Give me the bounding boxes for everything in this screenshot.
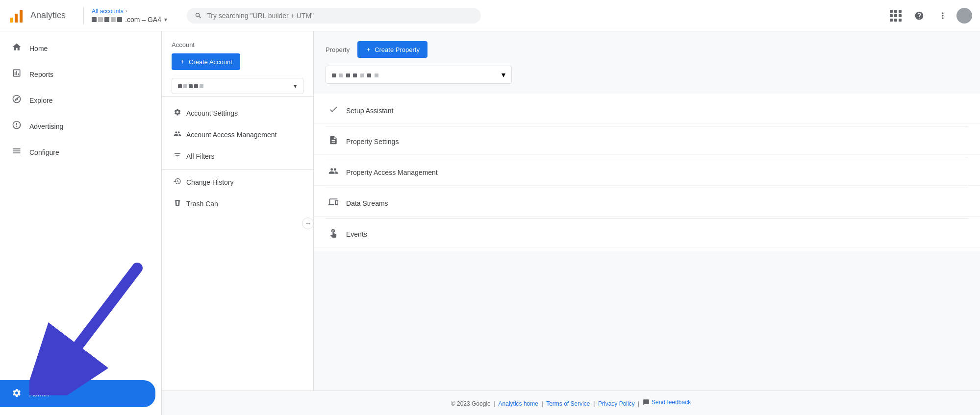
avatar[interactable] xyxy=(956,8,972,24)
breadcrumb: All accounts › .com – GA4 ▾ xyxy=(92,8,167,24)
change-history-label: Change History xyxy=(186,178,234,186)
events-label: Events xyxy=(346,230,367,238)
search-input[interactable] xyxy=(207,12,473,20)
svg-rect-2 xyxy=(20,10,23,23)
chevron-icon: › xyxy=(126,8,127,14)
account-column: Account ＋ Create Account ▾ xyxy=(162,31,314,415)
feedback-container: Send feedback xyxy=(643,399,691,406)
brand-name: Analytics xyxy=(30,10,66,21)
property-dropdown-icon[interactable]: ▾ xyxy=(164,16,167,23)
all-filters-label: All Filters xyxy=(186,152,215,160)
account-selector-dots xyxy=(178,84,203,88)
footer: © 2023 Google | Analytics home | Terms o… xyxy=(162,391,980,415)
feedback-icon xyxy=(643,399,650,406)
account-access-label: Account Access Management xyxy=(186,131,276,139)
sidebar-item-configure[interactable]: Configure xyxy=(0,139,155,165)
admin-button[interactable]: Admin xyxy=(0,380,155,407)
more-options-button[interactable] xyxy=(933,6,953,25)
analytics-logo-icon xyxy=(8,7,25,24)
data-streams-label: Data Streams xyxy=(346,199,388,207)
sidebar-reports-label: Reports xyxy=(29,71,53,78)
property-access-item[interactable]: Property Access Management xyxy=(314,159,980,186)
account-access-item[interactable]: Account Access Management xyxy=(162,124,313,146)
header-search xyxy=(187,8,481,24)
advertising-icon xyxy=(12,120,22,132)
column-divider-arrow[interactable]: → xyxy=(302,218,314,229)
configure-icon xyxy=(12,146,22,158)
account-selector-box[interactable]: ▾ xyxy=(172,78,303,94)
property-access-icon xyxy=(327,166,339,178)
account-settings-item[interactable]: Account Settings xyxy=(162,102,313,124)
create-property-button[interactable]: ＋ Create Property xyxy=(357,41,427,58)
property-label: Property xyxy=(326,46,350,53)
events-icon xyxy=(327,228,339,240)
setup-assistant-label: Setup Assistant xyxy=(346,107,394,115)
property-spacer xyxy=(314,88,980,94)
privacy-link[interactable]: Privacy Policy xyxy=(598,400,635,407)
dot-1 xyxy=(92,17,97,22)
property-dots-selector xyxy=(332,71,379,79)
dot-2 xyxy=(98,17,103,22)
sidebar-home-label: Home xyxy=(29,45,48,52)
property-divider-3 xyxy=(326,188,968,188)
sidebar-item-home[interactable]: Home xyxy=(0,35,155,61)
all-accounts-link[interactable]: All accounts › xyxy=(92,8,167,15)
property-settings-item[interactable]: Property Settings xyxy=(314,128,980,155)
help-button[interactable] xyxy=(909,6,929,25)
apps-button[interactable] xyxy=(886,6,905,25)
dot-3 xyxy=(104,17,109,22)
search-box[interactable] xyxy=(187,8,481,24)
setup-assistant-icon xyxy=(327,104,339,117)
reports-icon xyxy=(12,68,22,80)
admin-panel: Account ＋ Create Account ▾ xyxy=(162,31,980,415)
header: Analytics All accounts › .com – GA4 ▾ xyxy=(0,0,980,31)
copyright-text: © 2023 Google xyxy=(451,400,491,407)
search-icon xyxy=(195,12,202,20)
setup-assistant-item[interactable]: Setup Assistant xyxy=(314,98,980,124)
plus-icon-property: ＋ xyxy=(365,45,372,54)
sidebar-item-explore[interactable]: Explore xyxy=(0,87,155,113)
selector-chevron: ▾ xyxy=(294,82,297,90)
property-dots xyxy=(92,17,122,22)
analytics-home-link[interactable]: Analytics home xyxy=(499,400,538,407)
create-account-button[interactable]: ＋ Create Account xyxy=(172,53,240,70)
history-icon xyxy=(174,177,181,187)
property-divider-1 xyxy=(326,126,968,126)
create-account-label: Create Account xyxy=(189,58,232,66)
property-settings-label: Property Settings xyxy=(346,138,399,146)
trash-can-item[interactable]: Trash Can xyxy=(162,193,313,215)
property-name: .com – GA4 xyxy=(125,16,161,24)
sidebar: Home Reports Explore Advertising Configu… xyxy=(0,31,162,415)
terms-link[interactable]: Terms of Service xyxy=(546,400,590,407)
create-property-label: Create Property xyxy=(375,46,420,53)
data-streams-item[interactable]: Data Streams xyxy=(314,190,980,217)
sidebar-configure-label: Configure xyxy=(29,148,59,156)
property-selector-box[interactable]: ▾ xyxy=(326,66,512,84)
change-history-item[interactable]: Change History xyxy=(162,171,313,193)
account-column-title: Account xyxy=(172,41,303,49)
feedback-link[interactable]: Send feedback xyxy=(652,399,691,406)
property-settings-icon xyxy=(327,135,339,147)
account-selector-row: ▾ xyxy=(162,78,313,94)
plus-icon: ＋ xyxy=(179,57,186,66)
svg-rect-0 xyxy=(10,18,13,23)
apps-grid-icon xyxy=(890,10,902,22)
events-item[interactable]: Events xyxy=(314,221,980,247)
account-menu-items: Account Settings Account Access Manageme… xyxy=(162,98,313,219)
header-divider xyxy=(83,7,84,24)
property-divider-4 xyxy=(326,219,968,219)
svg-rect-1 xyxy=(15,14,18,23)
property-selector-chevron: ▾ xyxy=(502,70,505,79)
sidebar-item-advertising[interactable]: Advertising xyxy=(0,113,155,139)
admin-icon xyxy=(12,388,22,399)
sidebar-item-reports[interactable]: Reports xyxy=(0,61,155,87)
account-column-header: Account ＋ Create Account xyxy=(162,41,313,78)
property-selector[interactable]: .com – GA4 ▾ xyxy=(92,16,167,24)
trash-can-label: Trash Can xyxy=(186,200,218,208)
account-settings-label: Account Settings xyxy=(186,109,238,117)
property-column-header: Property ＋ Create Property xyxy=(314,41,980,66)
account-menu-divider xyxy=(162,169,313,170)
all-filters-item[interactable]: All Filters xyxy=(162,146,313,167)
sidebar-advertising-label: Advertising xyxy=(29,122,63,130)
dot-4 xyxy=(111,17,116,22)
